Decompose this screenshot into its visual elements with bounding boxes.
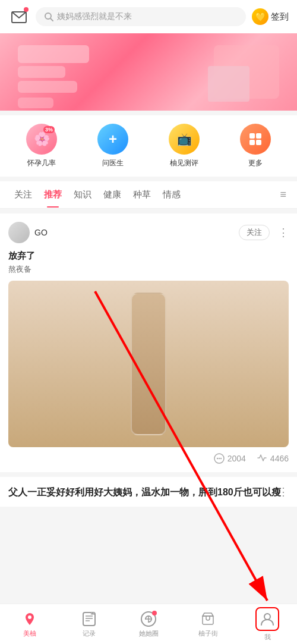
circle-label: 她她圈 [139, 629, 159, 638]
pregnancy-icon: 🌸 3% [26, 124, 57, 155]
card1-image [8, 281, 289, 447]
me-icon [259, 611, 276, 627]
svg-point-22 [264, 614, 270, 620]
banner-image [214, 45, 279, 99]
nav-item-circle[interactable]: 她她圈 [119, 611, 178, 638]
record-label: 记录 [83, 629, 96, 638]
card1-likes: 4466 [257, 453, 289, 464]
tab-knowledge[interactable]: 知识 [68, 182, 97, 208]
banner-text-block-1 [18, 45, 89, 63]
pregnancy-label: 怀孕几率 [27, 158, 56, 168]
tab-emotion[interactable]: 情感 [157, 182, 187, 208]
review-label: 柚见测评 [170, 158, 198, 168]
street-icon [200, 611, 216, 627]
svg-point-13 [28, 615, 31, 619]
svg-rect-3 [249, 133, 255, 139]
svg-point-8 [216, 458, 217, 459]
svg-point-10 [220, 458, 221, 459]
like-icon [257, 453, 267, 464]
like-count: 4466 [270, 454, 289, 463]
doctor-label: 问医生 [102, 158, 124, 168]
nav-item-me[interactable]: 我 [238, 607, 297, 642]
quick-item-doctor[interactable]: + 问医生 [77, 124, 148, 168]
mail-button[interactable] [8, 6, 30, 27]
bottom-nav: 美柚 12 记录 她她圈 [0, 604, 297, 644]
tab-grass[interactable]: 种草 [127, 182, 157, 208]
content-card-1: GO 关注 ⋮ 放弃了 熬夜备 2004 [0, 213, 297, 477]
card1-avatar [8, 222, 30, 243]
card1-title: 放弃了 [8, 249, 289, 262]
circle-icon [140, 611, 157, 627]
doctor-icon: + [97, 124, 128, 155]
banner-text-block-4 [18, 98, 53, 108]
tab-follow[interactable]: 关注 [8, 182, 38, 208]
comment-icon [214, 453, 225, 464]
quick-item-review[interactable]: 📺 柚见测评 [148, 124, 220, 168]
card1-more-icon[interactable]: ⋮ [278, 226, 289, 239]
banner-text-block-3 [18, 81, 77, 93]
search-bar[interactable]: 姨妈感强烈就是不来 [36, 7, 246, 26]
svg-rect-4 [256, 133, 261, 139]
search-icon [44, 12, 53, 21]
svg-line-2 [50, 18, 53, 21]
content-card-2: ⋮ 父人一正妥好好利用好大姨妈，温水加一物，胖到180斤也可以瘦 [0, 477, 297, 507]
nav-more-button[interactable]: ≡ [277, 181, 289, 208]
card1-follow-button[interactable]: 关注 [239, 225, 270, 240]
mail-badge [24, 7, 29, 12]
circle-badge [152, 611, 157, 615]
more-label: 更多 [248, 158, 263, 168]
meiyou-icon [21, 611, 38, 627]
quick-icons-section: 🌸 3% 怀孕几率 + 问医生 📺 柚见测评 [0, 115, 297, 177]
quick-item-more[interactable]: 更多 [220, 124, 291, 168]
review-icon: 📺 [169, 124, 200, 155]
banner[interactable] [0, 33, 297, 111]
me-highlight-box [255, 607, 279, 631]
comment-count: 2004 [228, 454, 246, 463]
meiyou-label: 美柚 [23, 629, 36, 638]
card1-header: GO 关注 ⋮ [8, 222, 289, 243]
nav-item-meiyou[interactable]: 美柚 [0, 611, 59, 638]
card1-comments: 2004 [214, 453, 246, 464]
card2-title: 父人一正妥好好利用好大姨妈，温水加一物，胖到180斤也可以瘦 [8, 485, 289, 500]
nav-tabs: 关注 推荐 知识 健康 种草 情感 ≡ [0, 181, 297, 209]
record-icon: 12 [81, 611, 97, 627]
phone-image [131, 293, 166, 435]
tab-health[interactable]: 健康 [97, 182, 127, 208]
checkin-button[interactable]: 💛 签到 [252, 8, 289, 25]
svg-rect-5 [249, 140, 255, 145]
me-label: 我 [264, 633, 271, 642]
nav-item-record[interactable]: 12 记录 [59, 611, 119, 638]
card1-subtitle: 熬夜备 [8, 264, 289, 275]
header: 姨妈感强烈就是不来 💛 签到 [0, 0, 297, 33]
nav-item-street[interactable]: 柚子街 [178, 611, 238, 638]
street-label: 柚子街 [198, 629, 218, 638]
pregnancy-badge: 3% [43, 126, 55, 133]
search-placeholder-text: 姨妈感强烈就是不来 [57, 11, 132, 22]
checkin-label: 签到 [271, 11, 289, 23]
more-icon [240, 124, 271, 155]
quick-item-pregnancy[interactable]: 🌸 3% 怀孕几率 [6, 124, 77, 168]
card1-username: GO [34, 228, 48, 237]
tab-recommend[interactable]: 推荐 [38, 182, 68, 208]
svg-point-9 [218, 458, 219, 459]
card1-footer: 2004 4466 [8, 453, 289, 464]
card2-more-icon[interactable]: ⋮ [278, 485, 289, 498]
svg-rect-6 [256, 140, 261, 145]
banner-image-inner [208, 66, 249, 102]
checkin-icon: 💛 [252, 8, 268, 25]
banner-text-block-2 [18, 66, 65, 78]
svg-text:12: 12 [91, 611, 94, 615]
